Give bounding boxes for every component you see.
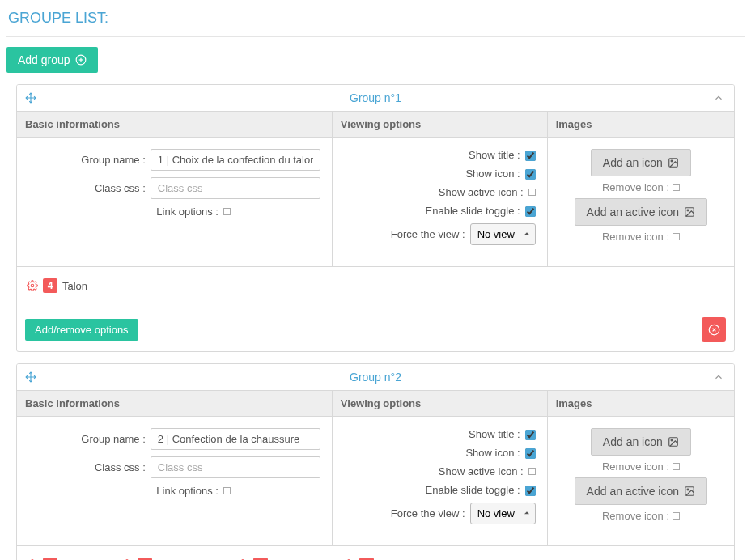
- basic-column: Basic informations Group name : Class cs…: [17, 112, 333, 266]
- add-active-icon-button[interactable]: Add an active icon: [575, 198, 707, 226]
- basic-column: Basic informations Group name : Class cs…: [17, 391, 333, 545]
- viewing-column: Viewing options Show title : Show icon :…: [333, 391, 548, 545]
- option-item: 4 Talon: [27, 278, 87, 293]
- group-name-input[interactable]: [151, 149, 320, 171]
- plus-circle-icon: [75, 54, 87, 66]
- show-icon-checkbox[interactable]: [525, 448, 536, 459]
- image-icon: [668, 157, 679, 168]
- group-header: Group n°1: [17, 85, 734, 112]
- group-columns: Basic informations Group name : Class cs…: [17, 391, 734, 546]
- delete-group-button[interactable]: [702, 317, 726, 342]
- enable-slide-label: Enable slide toggle :: [344, 484, 525, 496]
- add-icon-button[interactable]: Add an icon: [591, 149, 691, 176]
- enable-slide-checkbox[interactable]: [525, 206, 536, 217]
- force-view-select[interactable]: No view: [470, 223, 536, 245]
- show-icon-label: Show icon :: [344, 168, 525, 180]
- group-title: Group n°2: [350, 371, 401, 384]
- basic-header: Basic informations: [17, 391, 332, 417]
- class-css-label: Class css :: [45, 182, 151, 194]
- image-icon: [684, 486, 695, 497]
- add-icon-label: Add an icon: [603, 435, 663, 448]
- remove-icon-label: Remove icon :: [602, 460, 669, 473]
- add-active-icon-label: Add an active icon: [587, 485, 679, 498]
- chevron-up-icon[interactable]: [713, 371, 724, 383]
- add-group-label: Add group: [18, 53, 70, 66]
- remove-active-icon-checkbox[interactable]: [673, 512, 680, 520]
- show-active-icon-checkbox[interactable]: [528, 189, 536, 196]
- svg-point-12: [671, 439, 673, 441]
- gear-icon[interactable]: [27, 280, 38, 291]
- add-icon-button[interactable]: Add an icon: [591, 428, 691, 456]
- image-icon: [668, 436, 679, 448]
- add-remove-options-button[interactable]: Add/remove options: [25, 319, 138, 341]
- basic-header: Basic informations: [17, 112, 332, 138]
- group-header: Group n°2: [17, 364, 734, 391]
- remove-icon-checkbox[interactable]: [673, 463, 680, 470]
- show-icon-checkbox[interactable]: [525, 169, 536, 180]
- svg-point-7: [31, 284, 34, 287]
- show-icon-label: Show icon :: [344, 447, 525, 459]
- card-footer: Add/remove options: [17, 309, 734, 351]
- show-title-label: Show title :: [344, 428, 525, 440]
- images-column: Images Add an icon Remove icon : Add an …: [548, 112, 734, 266]
- move-icon[interactable]: [25, 92, 36, 104]
- show-title-checkbox[interactable]: [525, 151, 536, 161]
- force-view-select[interactable]: No view: [470, 503, 536, 524]
- link-options-label: Link options :: [118, 206, 223, 218]
- class-css-input[interactable]: [151, 456, 320, 478]
- show-active-icon-checkbox[interactable]: [528, 468, 536, 475]
- remove-active-icon-label: Remove icon :: [602, 231, 669, 243]
- group-columns: Basic informations Group name : Class cs…: [17, 112, 734, 267]
- add-active-icon-button[interactable]: Add an active icon: [575, 477, 707, 505]
- svg-point-14: [687, 489, 689, 490]
- remove-active-icon-checkbox[interactable]: [673, 233, 680, 240]
- images-header: Images: [548, 112, 734, 138]
- close-circle-icon: [708, 324, 720, 336]
- remove-active-icon-label: Remove icon :: [602, 510, 669, 522]
- group-card: Group n°1 Basic informations Group name …: [16, 84, 735, 352]
- image-icon: [684, 206, 695, 218]
- force-view-label: Force the view :: [344, 228, 470, 240]
- show-active-icon-label: Show active icon :: [344, 186, 528, 198]
- viewing-header: Viewing options: [333, 112, 547, 138]
- images-column: Images Add an icon Remove icon : Add an …: [548, 391, 734, 545]
- enable-slide-label: Enable slide toggle :: [344, 205, 525, 217]
- remove-icon-checkbox[interactable]: [673, 184, 680, 191]
- link-options-label: Link options :: [118, 485, 223, 497]
- add-active-icon-label: Add an active icon: [587, 206, 679, 218]
- viewing-header: Viewing options: [333, 391, 547, 417]
- remove-icon-label: Remove icon :: [602, 181, 669, 193]
- page-title: GROUPE LIST:: [6, 6, 745, 37]
- chevron-up-icon[interactable]: [713, 92, 724, 104]
- group-name-label: Group name :: [45, 154, 151, 166]
- show-title-checkbox[interactable]: [525, 430, 536, 440]
- group-card: Group n°2 Basic informations Group name …: [16, 363, 735, 560]
- move-icon[interactable]: [25, 371, 36, 383]
- groups-container: Group n°1 Basic informations Group name …: [16, 84, 735, 560]
- svg-point-4: [671, 160, 673, 162]
- add-icon-label: Add an icon: [603, 156, 663, 169]
- show-title-label: Show title :: [344, 149, 525, 161]
- add-group-button[interactable]: Add group: [6, 47, 98, 73]
- show-active-icon-label: Show active icon :: [344, 465, 528, 477]
- options-row: 4 Talon: [17, 267, 734, 309]
- options-row: 2 Avant 1 Empeigne 3 Semelle 5 Arrière: [17, 546, 734, 560]
- link-options-checkbox[interactable]: [223, 487, 231, 494]
- option-label: Talon: [62, 280, 87, 292]
- class-css-label: Class css :: [45, 461, 151, 473]
- add-remove-options-label: Add/remove options: [35, 324, 129, 336]
- viewing-column: Viewing options Show title : Show icon :…: [333, 112, 548, 266]
- group-name-label: Group name :: [45, 433, 151, 445]
- group-title: Group n°1: [350, 91, 401, 104]
- class-css-input[interactable]: [151, 177, 320, 199]
- enable-slide-checkbox[interactable]: [525, 486, 536, 496]
- group-name-input[interactable]: [151, 428, 320, 450]
- force-view-label: Force the view :: [344, 507, 470, 520]
- images-header: Images: [548, 391, 734, 417]
- link-options-checkbox[interactable]: [223, 208, 231, 215]
- svg-point-6: [687, 210, 689, 211]
- option-number: 4: [43, 278, 57, 293]
